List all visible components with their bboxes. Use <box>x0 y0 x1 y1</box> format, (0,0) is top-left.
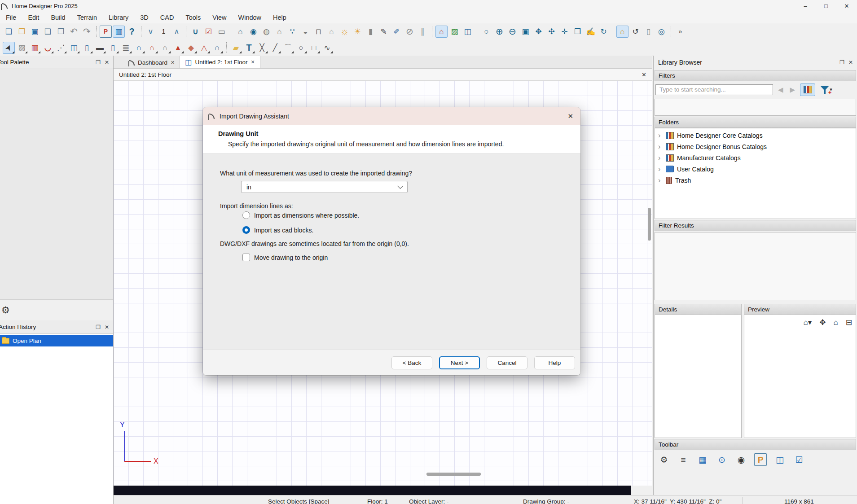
float-panel-icon[interactable]: ❐ <box>839 59 844 66</box>
view-close-icon[interactable]: ✕ <box>642 71 646 78</box>
adjust-wrench-icon[interactable]: ∪ <box>189 26 202 38</box>
add-filter-button[interactable]: + ▾ <box>818 83 834 96</box>
library-grid-view-icon[interactable]: ▦ <box>696 453 709 466</box>
preview-section-icon[interactable]: ⊟ <box>846 319 852 326</box>
float-panel-icon[interactable]: ❐ <box>96 324 101 330</box>
adjust-sunlight-icon[interactable]: ☀ <box>352 26 364 38</box>
close-panel-icon[interactable]: ✕ <box>105 59 109 66</box>
library-source-filter-button[interactable] <box>800 83 815 96</box>
expand-window-icon[interactable]: ✥ <box>532 26 545 38</box>
camera-view-icon[interactable]: ⌂ <box>234 26 246 38</box>
new-plan-icon[interactable]: ❏ <box>3 26 15 38</box>
library-settings-gear-icon[interactable]: ⚙ <box>658 453 670 466</box>
library-folder[interactable]: › User Catalog <box>655 163 856 175</box>
circle-tools-icon[interactable]: ○ <box>295 42 307 54</box>
railing-tools-icon[interactable]: ▥ <box>29 42 41 54</box>
dialog-titlebar[interactable]: Import Drawing Assistant ✕ <box>203 107 580 125</box>
menu-item[interactable]: Terrain <box>71 14 103 21</box>
tab-close-icon[interactable]: ✕ <box>251 59 255 65</box>
action-history-selected-item[interactable]: Open Plan <box>0 335 113 346</box>
unit-dropdown[interactable]: in <box>241 181 408 193</box>
print-preview-icon[interactable]: ❐ <box>55 26 67 38</box>
cancel-button[interactable]: Cancel <box>487 356 527 369</box>
plan-materials-p-icon[interactable]: P <box>100 26 112 38</box>
menu-item[interactable]: CAD <box>154 14 180 21</box>
open-plan-icon[interactable]: ❒ <box>16 26 28 38</box>
arc-tools-icon[interactable]: ⌒ <box>282 42 294 54</box>
pan-window-icon[interactable]: ✛ <box>558 26 571 38</box>
line-tools-icon[interactable]: ╱ <box>269 42 281 54</box>
horizontal-scrollbar-thumb[interactable] <box>426 473 481 476</box>
floor-up-icon[interactable]: ∧ <box>171 26 183 38</box>
undo-zoom-icon[interactable]: ↻ <box>598 26 610 38</box>
zoom-icon[interactable]: ○ <box>480 26 492 38</box>
door-tools-icon[interactable]: ▯ <box>81 42 93 54</box>
box-tools-icon[interactable]: □ <box>308 42 320 54</box>
text-tools-icon[interactable]: T <box>243 42 255 54</box>
roof-plane-icon[interactable]: ▲ <box>172 42 184 54</box>
spray-finish-icon[interactable]: ▮ <box>365 26 377 38</box>
undo-icon[interactable]: ↶ <box>68 26 80 38</box>
chevron-expand-icon[interactable]: › <box>658 165 663 173</box>
tab-close-icon[interactable]: ✕ <box>171 60 175 66</box>
menu-item[interactable]: Library <box>103 14 134 21</box>
dimension-tools-icon[interactable]: ╳ <box>256 42 268 54</box>
menu-item[interactable]: Build <box>45 14 71 21</box>
menu-item[interactable]: View <box>207 14 232 21</box>
swap-views-icon[interactable]: ↺ <box>629 26 642 38</box>
radio-import-dimensions[interactable]: Import as dimensions where possible. <box>242 211 359 219</box>
menu-item[interactable]: Tools <box>180 14 207 21</box>
house-overview-icon[interactable]: ⌂ <box>325 26 338 38</box>
stair-tools-icon[interactable]: ≣ <box>120 42 132 54</box>
door-panel-icon[interactable]: ▯ <box>642 26 655 38</box>
float-panel-icon[interactable]: ❐ <box>96 59 101 66</box>
material-eyedropper-icon[interactable]: ✐ <box>391 26 403 38</box>
library-folder[interactable]: › Home Designer Bonus Catalogs <box>655 141 856 152</box>
fill-window-icon[interactable]: ✣ <box>545 26 558 38</box>
doorbell-icon[interactable]: ◍ <box>260 26 272 38</box>
dialog-close-icon[interactable]: ✕ <box>567 112 573 120</box>
vertical-scrollbar-thumb[interactable] <box>648 208 651 241</box>
elevation-view-icon[interactable]: ⌂ <box>435 26 448 38</box>
project-scroll-icon[interactable]: ▭ <box>215 26 228 38</box>
zoom-selected-icon[interactable]: ▣ <box>519 26 532 38</box>
polyline-tools-icon[interactable]: ∿ <box>321 42 333 54</box>
search-forward-icon[interactable]: ▶ <box>788 86 797 94</box>
dormer-tools-icon[interactable]: ⌂ <box>159 42 171 54</box>
plan-checklist-icon[interactable]: ☑ <box>202 26 215 38</box>
cabinet-tools-icon[interactable]: ▬ <box>94 42 106 54</box>
select-objects-icon[interactable]: ➤ <box>3 42 15 54</box>
find-plan-icon[interactable]: ◎ <box>655 26 668 38</box>
appliance-tools-icon[interactable]: ▯ <box>107 42 119 54</box>
library-online-globe-icon[interactable]: ◉ <box>735 453 747 466</box>
preview-orbit-house-icon[interactable]: ⌂ <box>833 319 838 326</box>
archway-tools-icon[interactable]: ∩ <box>133 42 145 54</box>
menu-item[interactable]: 3D <box>134 14 154 21</box>
radio-unselected-icon[interactable] <box>242 211 250 219</box>
layout-page-icon[interactable]: ◫ <box>461 26 474 38</box>
library-update-check-icon[interactable]: ☑ <box>793 453 805 466</box>
library-browser-icon[interactable]: ▥ <box>113 26 125 38</box>
library-search-icon[interactable]: ⊙ <box>716 453 728 466</box>
palette-settings-gear-icon[interactable]: ⚙ <box>1 305 10 316</box>
hatch-fill-icon[interactable]: ∥ <box>417 26 429 38</box>
menu-item[interactable]: Help <box>267 14 292 21</box>
radio-import-cad-blocks[interactable]: Import as cad blocks. <box>242 226 313 234</box>
chevron-expand-icon[interactable]: › <box>658 143 663 151</box>
help-button[interactable]: Help <box>534 356 575 369</box>
wall-tools-icon[interactable]: ▨ <box>16 42 28 54</box>
library-list-view-icon[interactable]: ≡ <box>677 453 690 466</box>
search-back-icon[interactable]: ◀ <box>776 86 785 94</box>
layer-display-options-icon[interactable]: ❒ <box>571 26 584 38</box>
walkthrough-path-icon[interactable]: ◒ <box>299 26 312 38</box>
library-folder[interactable]: › Manufacturer Catalogs <box>655 152 856 163</box>
import-picture-icon[interactable]: ▨ <box>448 26 461 38</box>
save-plan-icon[interactable]: ▣ <box>29 26 41 38</box>
move-to-origin-checkbox-row[interactable]: Move drawing to the origin <box>242 254 328 261</box>
eyedropper-icon[interactable]: ✎ <box>378 26 390 38</box>
floor-down-icon[interactable]: ∨ <box>145 26 157 38</box>
close-button[interactable]: ✕ <box>836 0 857 12</box>
back-button[interactable]: < Back <box>391 356 432 369</box>
library-folder[interactable]: › Trash <box>655 175 856 186</box>
close-panel-icon[interactable]: ✕ <box>848 59 853 66</box>
